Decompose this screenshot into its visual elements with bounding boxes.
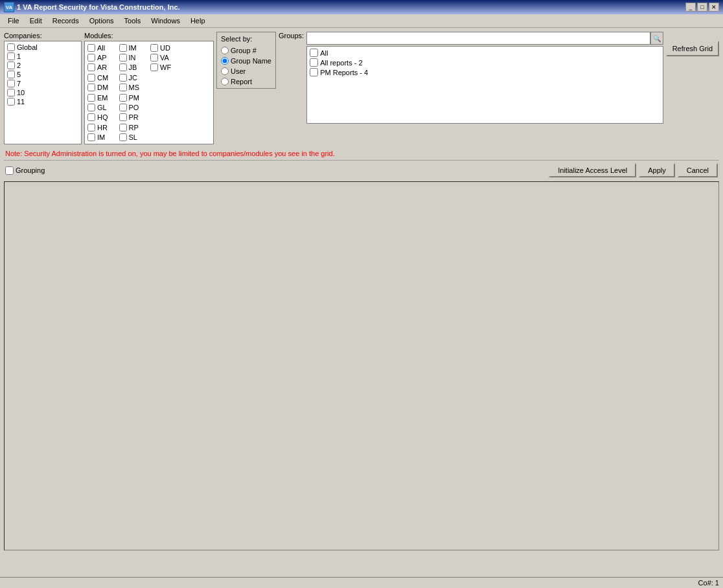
radio-group-name-label: Group Name xyxy=(231,57,271,65)
menu-options[interactable]: Options xyxy=(84,16,119,26)
search-input[interactable] xyxy=(306,32,650,45)
module-empty5 xyxy=(181,73,212,82)
radio-report-label: Report xyxy=(231,78,252,85)
module-em-check[interactable] xyxy=(87,94,95,102)
companies-panel: Companies: Global 1 2 5 xyxy=(4,32,82,144)
top-section: Companies: Global 1 2 5 xyxy=(4,32,719,144)
menu-records[interactable]: Records xyxy=(47,16,84,26)
module-ar: AR xyxy=(86,63,118,73)
module-po-check[interactable] xyxy=(119,94,127,102)
groups-content: 🔍 All All reports - 2 PM xyxy=(306,32,663,124)
group-all-check[interactable] xyxy=(310,49,318,57)
module-jb-check[interactable] xyxy=(119,54,127,62)
radio-user-input[interactable] xyxy=(221,67,229,75)
company-10: 10 xyxy=(6,88,80,97)
app-icon: VA xyxy=(4,2,14,12)
radio-group-name: Group Name xyxy=(221,57,271,65)
module-all-check[interactable] xyxy=(87,44,95,52)
module-gl-check[interactable] xyxy=(87,104,95,111)
module-hq-check[interactable] xyxy=(87,113,95,121)
menu-help[interactable]: Help xyxy=(185,16,211,26)
module-dm-check[interactable] xyxy=(87,84,95,91)
module-empty10 xyxy=(149,102,181,112)
radio-user: User xyxy=(221,67,271,75)
module-pm: MS xyxy=(118,83,150,93)
company-2-check[interactable] xyxy=(7,62,15,69)
group-allreports: All reports - 2 xyxy=(308,58,661,67)
module-pr-check[interactable] xyxy=(119,104,127,111)
company-5-check[interactable] xyxy=(7,71,15,78)
radio-group-name-input[interactable] xyxy=(221,57,229,65)
module-im: IM xyxy=(86,133,118,142)
radio-user-label: User xyxy=(231,67,246,75)
module-empty11 xyxy=(181,102,212,112)
menu-edit[interactable]: Edit xyxy=(25,16,47,26)
menu-file[interactable]: File xyxy=(3,16,25,26)
group-allreports-check[interactable] xyxy=(310,58,318,67)
close-button[interactable]: ✕ xyxy=(709,3,719,12)
module-dm: DM xyxy=(86,83,118,93)
modules-label: Modules: xyxy=(84,32,214,40)
module-rp: PR xyxy=(118,113,150,122)
module-im-check[interactable] xyxy=(87,133,95,141)
grouping-checkbox[interactable] xyxy=(5,166,14,175)
company-7: 7 xyxy=(6,79,80,88)
module-ar-check[interactable] xyxy=(87,63,95,71)
module-empty2 xyxy=(181,52,212,62)
grid-area xyxy=(4,181,719,550)
search-button[interactable]: 🔍 xyxy=(650,32,663,45)
module-ms-check[interactable] xyxy=(119,74,127,82)
initialize-access-button[interactable]: Initialize Access Level xyxy=(549,163,636,177)
company-10-check[interactable] xyxy=(7,89,15,96)
module-ap-check[interactable] xyxy=(87,54,95,62)
module-gl: GL xyxy=(86,102,118,112)
refresh-grid-button[interactable]: Refresh Grid xyxy=(666,41,719,56)
module-va: VA xyxy=(149,52,181,62)
module-hr-check[interactable] xyxy=(87,124,95,131)
cancel-button[interactable]: Cancel xyxy=(678,163,718,177)
module-em: EM xyxy=(86,93,118,102)
groups-label: Groups: xyxy=(279,32,304,40)
module-empty17 xyxy=(181,133,212,142)
module-po: PM xyxy=(118,93,150,102)
company-11-check[interactable] xyxy=(7,98,15,106)
main-content: Companies: Global 1 2 5 xyxy=(0,28,723,554)
maximize-button[interactable]: □ xyxy=(697,3,707,12)
radio-report: Report xyxy=(221,78,271,85)
minimize-button[interactable]: _ xyxy=(685,3,696,12)
module-pm-check[interactable] xyxy=(119,84,127,91)
company-7-check[interactable] xyxy=(7,80,15,87)
module-empty16 xyxy=(149,133,181,142)
menu-windows[interactable]: Windows xyxy=(146,16,185,26)
module-wf: WF xyxy=(149,63,181,73)
module-all: All xyxy=(86,43,118,52)
module-va-check[interactable] xyxy=(150,54,158,62)
radio-report-input[interactable] xyxy=(221,78,229,85)
module-sm-check[interactable] xyxy=(119,133,127,141)
module-ud-check[interactable] xyxy=(150,44,158,52)
radio-group-num-input[interactable] xyxy=(221,47,229,54)
company-2: 2 xyxy=(6,61,80,70)
menu-tools[interactable]: Tools xyxy=(119,16,146,26)
module-in-check[interactable] xyxy=(119,44,127,52)
group-pmreports-label: PM Reports - 4 xyxy=(320,69,368,76)
companies-list: Global 1 2 5 7 xyxy=(4,41,82,144)
company-global-check[interactable] xyxy=(7,43,15,51)
note-bar: Note: Security Administration is turned … xyxy=(4,147,719,160)
modules-panel: Modules: All IM UD AP IN VA AR JB WF CM … xyxy=(84,32,214,144)
menu-bar: File Edit Records Options Tools Windows … xyxy=(0,14,723,28)
apply-button[interactable]: Apply xyxy=(639,163,675,177)
group-pmreports-check[interactable] xyxy=(310,68,318,76)
module-jc-check[interactable] xyxy=(119,63,127,71)
company-1-check[interactable] xyxy=(7,52,15,60)
module-rp-check[interactable] xyxy=(119,113,127,121)
module-wf-check[interactable] xyxy=(150,63,158,71)
module-sl-check[interactable] xyxy=(119,124,127,131)
group-pmreports: PM Reports - 4 xyxy=(308,67,661,77)
title-bar: VA 1 VA Report Security for Vista Constr… xyxy=(0,0,723,14)
company-11: 11 xyxy=(6,97,80,106)
module-cm-check[interactable] xyxy=(87,74,95,82)
module-pr: PO xyxy=(118,102,150,112)
radio-group-num-label: Group # xyxy=(231,47,257,54)
companies-label: Companies: xyxy=(4,32,82,40)
